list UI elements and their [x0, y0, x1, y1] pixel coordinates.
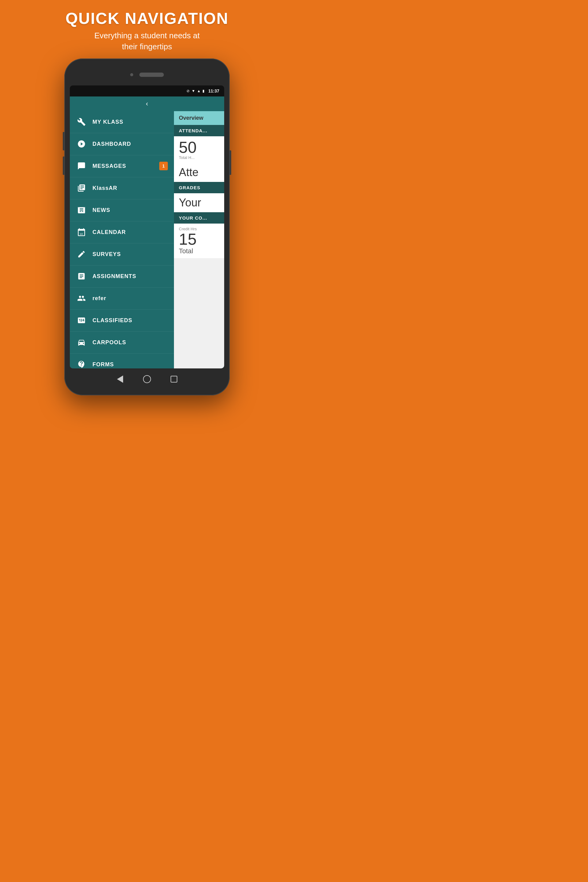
app-screen: ‹ MY KLASS — [70, 96, 224, 368]
main-content: MY KLASS DASHBOARD MESSAGE — [70, 111, 224, 368]
sidebar-item-forms-label: FORMS — [93, 362, 114, 368]
credits-content: Credit Hrs 15 Total — [174, 224, 224, 258]
sidebar-item-messages[interactable]: MESSAGES 1 — [70, 155, 174, 177]
page-subtitle: Everything a student needs attheir finge… — [66, 30, 229, 52]
sidebar-item-calendar[interactable]: 10 CALENDAR — [70, 221, 174, 243]
status-time: 11:37 — [208, 88, 219, 93]
attendance-content: 50 Total H... — [174, 136, 224, 163]
sidebar-item-klassar-label: KlassAR — [93, 185, 117, 191]
car-icon — [76, 337, 87, 348]
phone-screen: ⊘ ▼ ▲ ▮ 11:37 ‹ — [70, 86, 224, 368]
surveys-icon — [76, 249, 87, 260]
header-section: QUICK NAVIGATION Everything a student ne… — [66, 9, 229, 52]
right-panel: Overview ATTENDA... 50 Total H... Atte G… — [174, 111, 224, 368]
sidebar-item-my-klass[interactable]: MY KLASS — [70, 111, 174, 133]
classifieds-icon — [76, 315, 87, 326]
sidebar-item-refer[interactable]: refer — [70, 288, 174, 310]
sidebar-item-my-klass-label: MY KLASS — [93, 119, 123, 125]
sidebar-item-surveys-label: SURVEYS — [93, 251, 121, 258]
status-bar: ⊘ ▼ ▲ ▮ 11:37 — [70, 86, 224, 96]
sidebar-item-classifieds[interactable]: CLASSIFIEDS — [70, 310, 174, 332]
earpiece-speaker — [140, 73, 164, 77]
attendance-total-label: Total H... — [179, 155, 219, 160]
credits-number: 15 — [179, 231, 219, 247]
sidebar-item-dashboard-label: DASHBOARD — [93, 141, 131, 147]
android-home-button[interactable] — [143, 375, 151, 383]
svg-text:10: 10 — [80, 233, 82, 236]
wifi-icon: ▼ — [191, 89, 195, 93]
sidebar-item-assignments[interactable]: ASSIGNMENTS — [70, 266, 174, 288]
sidebar-item-classifieds-label: CLASSIFIEDS — [93, 317, 132, 324]
phone-bottom-bezel — [70, 368, 224, 390]
sidebar-item-carpools-label: CARPOOLS — [93, 339, 126, 346]
refer-icon — [76, 293, 87, 304]
assignments-icon — [76, 271, 87, 282]
wrench-icon — [76, 116, 87, 128]
prohibited-icon: ⊘ — [186, 89, 190, 93]
messages-icon — [76, 160, 87, 171]
calendar-icon: 10 — [76, 226, 87, 238]
sidebar-item-forms[interactable]: FORMS — [70, 354, 174, 368]
sidebar-item-refer-label: refer — [93, 295, 106, 302]
klassar-icon — [76, 183, 87, 194]
volume-down-button[interactable] — [63, 156, 64, 175]
grades-text: Your — [179, 196, 219, 209]
android-back-button[interactable] — [116, 375, 124, 383]
phone-shell: ⊘ ▼ ▲ ▮ 11:37 ‹ — [64, 58, 230, 395]
front-camera — [130, 73, 133, 76]
page-title: QUICK NAVIGATION — [66, 9, 229, 28]
dashboard-icon — [76, 138, 87, 150]
sidebar-item-dashboard[interactable]: DASHBOARD — [70, 133, 174, 155]
sidebar-item-calendar-label: CALENDAR — [93, 229, 126, 236]
credits-total: Total — [179, 247, 219, 255]
side-menu: MY KLASS DASHBOARD MESSAGE — [70, 111, 174, 368]
grades-content: Your — [174, 193, 224, 212]
forms-icon — [76, 359, 87, 368]
sidebar-item-news[interactable]: NEWS — [70, 200, 174, 221]
overview-tab[interactable]: Overview — [174, 111, 224, 125]
attendance-header: ATTENDA... — [174, 125, 224, 136]
sidebar-item-surveys[interactable]: SURVEYS — [70, 243, 174, 266]
sidebar-item-news-label: NEWS — [93, 207, 110, 213]
power-button[interactable] — [230, 150, 231, 175]
grades-header: GRADES — [174, 182, 224, 193]
attendance-status-content: Atte — [174, 163, 224, 182]
status-icons: ⊘ ▼ ▲ ▮ 11:37 — [186, 88, 219, 93]
android-recents-button[interactable] — [170, 375, 178, 383]
phone-top-bezel — [70, 64, 224, 86]
volume-up-button[interactable] — [63, 132, 64, 150]
app-nav-bar: ‹ — [70, 96, 224, 111]
credits-header: YOUR CO... — [174, 212, 224, 224]
attendance-status-text: Atte — [179, 166, 219, 179]
signal-icon: ▲ — [197, 89, 201, 93]
sidebar-item-carpools[interactable]: CARPOOLS — [70, 332, 174, 354]
sidebar-item-assignments-label: ASSIGNMENTS — [93, 273, 136, 280]
sidebar-item-messages-label: MESSAGES — [93, 163, 126, 170]
messages-badge: 1 — [159, 162, 168, 170]
battery-icon: ▮ — [202, 89, 205, 93]
back-arrow-icon[interactable]: ‹ — [146, 100, 148, 108]
news-icon — [76, 205, 87, 216]
attendance-number: 50 — [179, 140, 219, 155]
sidebar-item-klassar[interactable]: KlassAR — [70, 177, 174, 200]
